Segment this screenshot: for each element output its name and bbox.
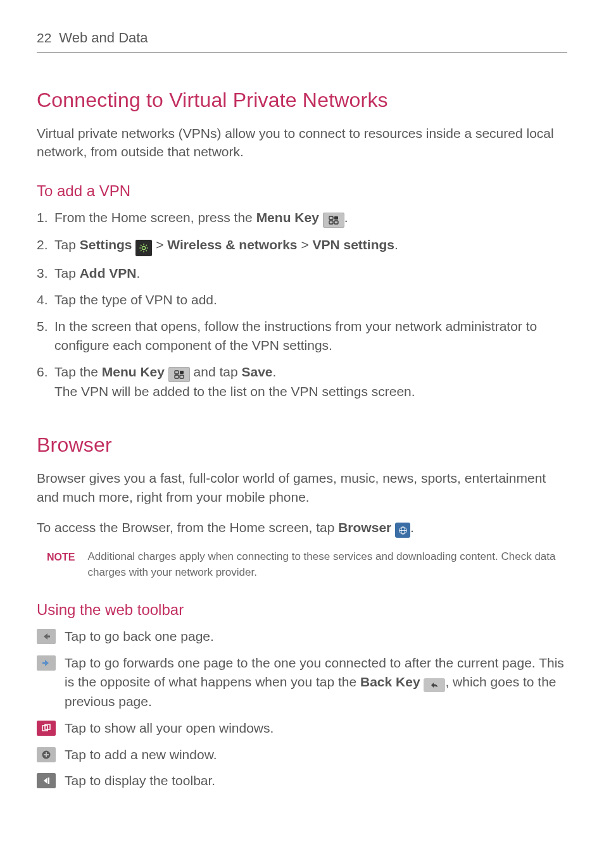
- menu-key-icon: [168, 367, 190, 382]
- display-toolbar-icon: [37, 773, 56, 788]
- heading-toolbar: Using the web toolbar: [37, 599, 567, 621]
- toolbar-item-add-window: Tap to add a new window.: [37, 745, 567, 764]
- svg-rect-21: [42, 662, 46, 664]
- step-1: 1. From the Home screen, press the Menu …: [37, 208, 567, 228]
- toolbar-text: Tap to add a new window.: [65, 745, 217, 764]
- step-6: 6. Tap the Menu Key and tap Save. The VP…: [37, 363, 567, 401]
- page-number: 22: [37, 28, 51, 47]
- svg-rect-14: [180, 371, 184, 374]
- vpn-steps: 1. From the Home screen, press the Menu …: [37, 208, 567, 400]
- menu-key-icon: [323, 213, 344, 228]
- toolbar-item-windows: Tap to show all your open windows.: [37, 719, 567, 738]
- section-name: Web and Data: [59, 28, 148, 47]
- step-text: Tap the type of VPN to add.: [54, 290, 567, 309]
- svg-line-10: [146, 251, 148, 252]
- add-window-icon: [37, 747, 56, 762]
- step-text: Tap Settings > Wireless & networks > VPN…: [54, 235, 567, 256]
- windows-icon: [37, 721, 56, 736]
- step-text: In the screen that opens, follow the ins…: [54, 317, 567, 355]
- step-number: 3.: [37, 264, 54, 283]
- browser-intro: Browser gives you a fast, full-color wor…: [37, 469, 567, 507]
- page-header: 22 Web and Data: [37, 28, 567, 47]
- step-5: 5. In the screen that opens, follow the …: [37, 317, 567, 355]
- heading-vpn: Connecting to Virtual Private Networks: [37, 86, 567, 115]
- toolbar-item-forward: Tap to go forwards one page to the one y…: [37, 654, 567, 711]
- svg-line-12: [141, 251, 142, 252]
- note: NOTE Additional charges apply when conne…: [47, 549, 567, 580]
- note-label: NOTE: [47, 549, 75, 580]
- svg-rect-13: [175, 371, 179, 374]
- step-2: 2. Tap Settings > Wireless & networks > …: [37, 235, 567, 256]
- svg-rect-1: [334, 216, 338, 220]
- note-text: Additional charges apply when connecting…: [87, 549, 567, 580]
- svg-rect-15: [175, 375, 179, 378]
- step-text: Tap the Menu Key and tap Save. The VPN w…: [54, 363, 567, 401]
- heading-add-vpn: To add a VPN: [37, 180, 567, 202]
- vpn-intro: Virtual private networks (VPNs) allow yo…: [37, 124, 567, 162]
- svg-rect-27: [48, 778, 49, 784]
- svg-point-4: [142, 247, 146, 250]
- svg-rect-0: [329, 216, 333, 220]
- svg-rect-2: [329, 221, 333, 224]
- toolbar-text: Tap to go back one page.: [65, 627, 214, 646]
- back-key-icon: [424, 678, 445, 692]
- settings-icon: [135, 240, 152, 256]
- step-number: 6.: [37, 363, 54, 401]
- heading-browser: Browser: [37, 431, 567, 459]
- forward-arrow-icon: [37, 655, 56, 671]
- step-text: Tap Add VPN.: [54, 264, 567, 283]
- toolbar-text: Tap to go forwards one page to the one y…: [65, 654, 567, 711]
- step-3: 3. Tap Add VPN.: [37, 264, 567, 283]
- svg-rect-16: [180, 375, 184, 378]
- step-4: 4. Tap the type of VPN to add.: [37, 290, 567, 309]
- toolbar-item-display-toolbar: Tap to display the toolbar.: [37, 771, 567, 790]
- toolbar-text: Tap to display the toolbar.: [65, 771, 215, 790]
- step-number: 2.: [37, 235, 54, 256]
- back-arrow-icon: [37, 629, 56, 644]
- browser-icon: [395, 523, 410, 538]
- browser-access: To access the Browser, from the Home scr…: [37, 518, 567, 538]
- toolbar-list: Tap to go back one page. Tap to go forwa…: [37, 627, 567, 790]
- toolbar-item-back: Tap to go back one page.: [37, 627, 567, 646]
- step-number: 1.: [37, 208, 54, 228]
- step-text: From the Home screen, press the Menu Key…: [54, 208, 567, 228]
- toolbar-text: Tap to show all your open windows.: [65, 719, 274, 738]
- svg-rect-20: [47, 636, 50, 638]
- svg-rect-26: [44, 754, 49, 755]
- svg-rect-3: [334, 221, 338, 224]
- header-rule: [37, 53, 567, 53]
- svg-line-11: [146, 245, 148, 246]
- step-number: 5.: [37, 317, 54, 355]
- svg-line-9: [141, 245, 142, 246]
- step-number: 4.: [37, 290, 54, 309]
